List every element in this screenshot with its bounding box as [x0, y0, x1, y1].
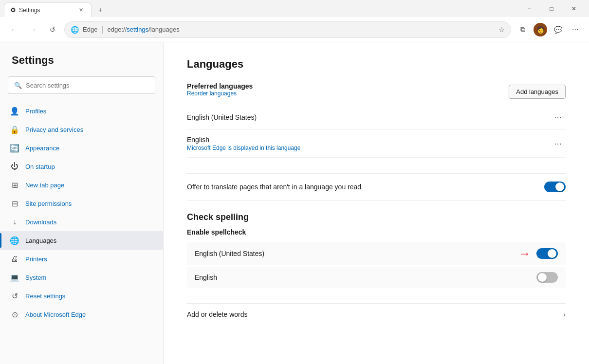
url-site: Edge: [83, 26, 97, 33]
search-icon: 🔍: [14, 82, 22, 89]
chevron-right-icon: ›: [563, 310, 566, 318]
lang-name-1: English: [187, 136, 550, 144]
preferred-lang-item-0: English (United States) ⋯: [187, 105, 566, 130]
url-highlight: settings: [127, 26, 148, 33]
red-arrow-indicator: →: [519, 247, 531, 260]
check-spelling-title: Check spelling: [187, 212, 566, 222]
window-controls: − □ ✕: [518, 0, 585, 17]
translate-row: Offer to translate pages that aren't in …: [187, 173, 566, 200]
nav-label-profiles: Profiles: [25, 108, 46, 115]
nav-icon-appearance: 🔄: [10, 144, 19, 153]
nav-icon-sitepermissions: ⊟: [10, 199, 19, 208]
sidebar-item-system[interactable]: 💻 System: [0, 268, 163, 287]
nav-icon-profiles: 👤: [10, 107, 19, 116]
sidebar-item-onstartup[interactable]: ⏻ On startup: [0, 157, 163, 176]
favorite-star-icon[interactable]: ☆: [498, 26, 505, 34]
spell-lang-name-1: English: [195, 273, 536, 281]
refresh-button[interactable]: ↺: [45, 22, 60, 37]
spellcheck-toggle-1[interactable]: [536, 272, 558, 283]
toolbar-icons: ⧉ 🧑 💬 ⋯: [515, 22, 583, 37]
close-button[interactable]: ✕: [563, 0, 585, 17]
url-favicon: 🌐: [71, 26, 79, 34]
add-delete-words-label: Add or delete words: [187, 310, 563, 318]
add-delete-words-row[interactable]: Add or delete words ›: [187, 303, 566, 325]
title-bar: ⚙ Settings ✕ + − □ ✕: [0, 0, 589, 17]
toggle-thumb-1: [538, 273, 547, 282]
nav-icon-about: ⊙: [10, 310, 19, 319]
lang-options-button-0[interactable]: ⋯: [550, 110, 566, 124]
url-suffix: /languages: [148, 26, 180, 33]
enable-spellcheck-label: Enable spellcheck: [187, 228, 566, 236]
spellcheck-languages-list: English (United States) → English: [187, 242, 566, 288]
preferred-languages-section: Preferred languages Reorder languages Ad…: [187, 82, 566, 158]
add-languages-button[interactable]: Add languages: [509, 85, 566, 99]
sidebar-title: Settings: [0, 54, 163, 76]
nav-label-onstartup: On startup: [25, 163, 55, 170]
preferred-languages-header: Preferred languages Reorder languages Ad…: [187, 82, 566, 101]
search-box[interactable]: 🔍: [8, 76, 155, 94]
nav-icon-newtab: ⊞: [10, 181, 19, 190]
preferred-languages-label: Preferred languages Reorder languages: [187, 82, 253, 101]
profile-button[interactable]: 🧑: [533, 22, 548, 37]
sidebar-item-printers[interactable]: 🖨 Printers: [0, 250, 163, 268]
address-bar: ← → ↺ 🌐 Edge | edge://settings/languages…: [0, 17, 589, 42]
url-separator: |: [101, 25, 103, 34]
maximize-button[interactable]: □: [540, 0, 563, 17]
forward-button[interactable]: →: [25, 22, 41, 37]
nav-icon-printers: 🖨: [10, 255, 19, 263]
tab-title: Settings: [19, 7, 74, 14]
feedback-button[interactable]: 💬: [550, 22, 566, 37]
nav-icon-languages: 🌐: [10, 236, 19, 245]
url-path: edge://settings/languages: [108, 26, 180, 33]
nav-label-languages: Languages: [25, 237, 56, 244]
spellcheck-lang-item-1: English: [187, 267, 566, 288]
tab-close-button[interactable]: ✕: [77, 6, 85, 14]
translate-toggle[interactable]: [544, 182, 566, 192]
url-bar[interactable]: 🌐 Edge | edge://settings/languages ☆: [64, 21, 511, 38]
nav-label-about: About Microsoft Edge: [25, 311, 86, 318]
sidebar-item-privacy[interactable]: 🔒 Privacy and services: [0, 120, 163, 139]
content-area: Languages Preferred languages Reorder la…: [164, 42, 589, 364]
lang-sub-1: Microsoft Edge is displayed in this lang…: [187, 145, 550, 151]
sidebar-item-downloads[interactable]: ↓ Downloads: [0, 213, 163, 231]
preferred-languages-list: English (United States) ⋯ English Micros…: [187, 105, 566, 158]
preferred-languages-title: Preferred languages: [187, 82, 253, 90]
lang-options-button-1[interactable]: ⋯: [550, 137, 566, 150]
new-tab-button[interactable]: +: [93, 3, 107, 17]
reorder-languages-link[interactable]: Reorder languages: [187, 90, 253, 97]
nav-label-newtab: New tab page: [25, 182, 64, 189]
sidebar-item-profiles[interactable]: 👤 Profiles: [0, 102, 163, 120]
toggle-thumb: [555, 182, 564, 191]
search-input[interactable]: [26, 82, 149, 89]
sidebar-item-about[interactable]: ⊙ About Microsoft Edge: [0, 305, 163, 324]
nav-label-downloads: Downloads: [25, 218, 56, 226]
profile-avatar: 🧑: [534, 23, 547, 36]
nav-label-privacy: Privacy and services: [25, 126, 83, 133]
sidebar: Settings 🔍 👤 Profiles 🔒 Privacy and serv…: [0, 42, 164, 364]
settings-tab[interactable]: ⚙ Settings ✕: [4, 2, 92, 17]
nav-label-reset: Reset settings: [25, 292, 65, 300]
sidebar-item-languages[interactable]: 🌐 Languages: [0, 231, 163, 250]
lang-name-0: English (United States): [187, 113, 550, 121]
sidebar-item-appearance[interactable]: 🔄 Appearance: [0, 139, 163, 157]
nav-icon-onstartup: ⏻: [10, 162, 19, 171]
sidebar-item-reset[interactable]: ↺ Reset settings: [0, 287, 163, 305]
nav-items: 👤 Profiles 🔒 Privacy and services 🔄 Appe…: [0, 102, 163, 324]
sidebar-item-sitepermissions[interactable]: ⊟ Site permissions: [0, 194, 163, 213]
translate-label: Offer to translate pages that aren't in …: [187, 183, 544, 191]
tab-area: ⚙ Settings ✕ +: [4, 0, 518, 17]
nav-label-sitepermissions: Site permissions: [25, 200, 72, 207]
collections-button[interactable]: ⧉: [515, 22, 531, 37]
main-content: Settings 🔍 👤 Profiles 🔒 Privacy and serv…: [0, 42, 589, 364]
spell-lang-name-0: English (United States): [195, 250, 519, 257]
spellcheck-section: Check spelling Enable spellcheck English…: [187, 212, 566, 288]
spellcheck-toggle-0[interactable]: [536, 248, 558, 259]
page-title: Languages: [187, 58, 566, 71]
sidebar-item-newtab[interactable]: ⊞ New tab page: [0, 176, 163, 194]
menu-button[interactable]: ⋯: [568, 22, 583, 37]
preferred-lang-item-1: English Microsoft Edge is displayed in t…: [187, 130, 566, 158]
nav-label-appearance: Appearance: [25, 145, 59, 152]
minimize-button[interactable]: −: [518, 0, 540, 17]
spellcheck-lang-item-0: English (United States) →: [187, 242, 566, 265]
back-button[interactable]: ←: [6, 22, 21, 37]
